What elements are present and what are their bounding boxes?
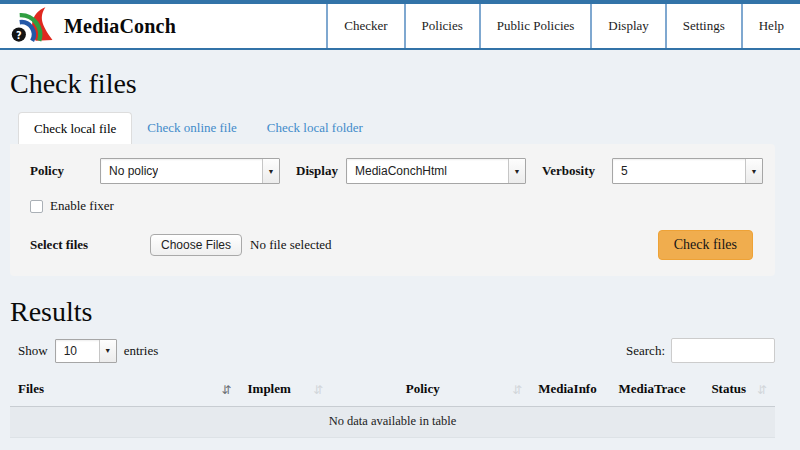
sort-icon[interactable]: ⇵ [757,383,767,397]
results-table: Files ⇵ Implem ⇵ Policy ⇵ MediaInfo Medi… [10,373,775,438]
brand-logo-link[interactable]: ? MediaConch [0,4,176,48]
verbosity-select[interactable]: 5 ▼ [612,158,763,184]
sort-icon[interactable]: ⇵ [512,383,522,397]
chevron-down-icon: ▼ [508,159,525,183]
enable-fixer-label: Enable fixer [50,198,114,214]
column-header-mediainfo[interactable]: MediaInfo [530,373,610,407]
entries-label: entries [124,343,159,359]
verbosity-select-value: 5 [613,164,628,178]
check-tabs: Check local file Check online file Check… [18,112,775,144]
empty-table-row: No data available in table [10,407,775,438]
enable-fixer-checkbox[interactable] [30,200,43,213]
search-group: Search: [626,338,775,363]
display-select[interactable]: MediaConchHtml ▼ [346,158,526,184]
policy-label: Policy [30,163,100,179]
options-row: Policy No policy ▼ Display MediaConchHtm… [30,158,763,184]
column-header-policy[interactable]: Policy ⇵ [331,373,530,407]
search-input[interactable] [671,338,775,363]
display-select-value: MediaConchHtml [347,164,447,178]
check-files-title: Check files [10,68,775,100]
nav-item-display[interactable]: Display [590,4,664,48]
nav-item-help[interactable]: Help [741,4,800,48]
nav-item-checker[interactable]: Checker [326,4,403,48]
entries-length-value: 10 [56,344,77,358]
top-navbar: ? MediaConch Checker Policies Public Pol… [0,0,800,50]
tab-check-online-file[interactable]: Check online file [132,112,252,144]
chevron-down-icon: ▼ [745,159,762,183]
show-label: Show [18,343,48,359]
nav-item-public-policies[interactable]: Public Policies [479,4,591,48]
policy-select-value: No policy [101,164,158,178]
main-nav: Checker Policies Public Policies Display… [326,4,800,48]
main-content: Check files Check local file Check onlin… [10,68,775,450]
nav-item-policies[interactable]: Policies [404,4,479,48]
results-title: Results [10,296,775,328]
nav-item-settings[interactable]: Settings [665,4,741,48]
sort-icon[interactable]: ⇵ [221,383,231,397]
column-header-mediatrace[interactable]: MediaTrace [611,373,699,407]
display-label: Display [296,163,346,179]
table-controls: Show 10 ▼ entries Search: [18,338,775,363]
file-status-text: No file selected [250,237,332,253]
column-header-implem[interactable]: Implem ⇵ [240,373,332,407]
select-files-row: Select files Choose Files No file select… [30,230,763,260]
show-entries-group: Show 10 ▼ entries [18,339,158,363]
verbosity-label: Verbosity [542,163,612,179]
table-header-row: Files ⇵ Implem ⇵ Policy ⇵ MediaInfo Medi… [10,373,775,407]
entries-length-select[interactable]: 10 ▼ [55,339,117,363]
mediaconch-logo-icon: ? [10,5,56,47]
policy-select[interactable]: No policy ▼ [100,158,280,184]
svg-text:?: ? [16,30,22,41]
chevron-down-icon: ▼ [262,159,279,183]
tab-check-local-folder[interactable]: Check local folder [252,112,378,144]
column-header-files[interactable]: Files ⇵ [10,373,240,407]
brand-title: MediaConch [64,15,176,38]
check-files-button[interactable]: Check files [658,230,753,260]
column-header-status[interactable]: Status ⇵ [698,373,775,407]
choose-files-button[interactable]: Choose Files [150,234,242,256]
check-local-file-panel: Policy No policy ▼ Display MediaConchHtm… [10,144,775,276]
search-label: Search: [626,343,665,359]
enable-fixer-row: Enable fixer [30,198,763,214]
sort-icon[interactable]: ⇵ [313,383,323,397]
select-files-label: Select files [30,237,150,253]
empty-table-message: No data available in table [10,407,775,438]
chevron-down-icon: ▼ [99,340,116,362]
tab-check-local-file[interactable]: Check local file [18,112,132,145]
